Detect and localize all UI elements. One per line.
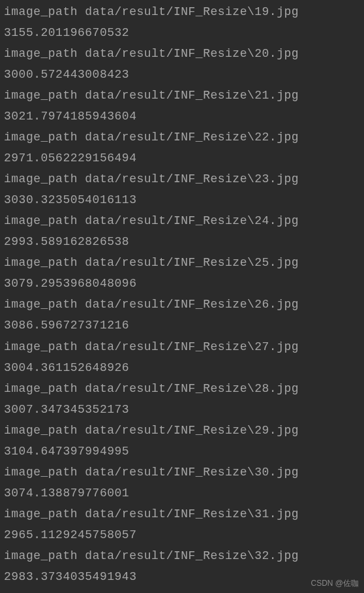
- output-value-line: 3004.361152648926: [4, 357, 364, 378]
- output-path-line: image_path data/result/INF_Resize\23.jpg: [4, 168, 364, 189]
- path-label: image_path: [4, 214, 85, 227]
- path-value: data/result/INF_Resize\28.jpg: [85, 382, 299, 395]
- path-label: image_path: [4, 5, 85, 18]
- path-label: image_path: [4, 382, 85, 395]
- output-value-line: 3079.2953968048096: [4, 273, 364, 294]
- path-value: data/result/INF_Resize\19.jpg: [85, 5, 299, 18]
- output-value-line: 3074.138879776001: [4, 483, 364, 504]
- output-path-line: image_path data/result/INF_Resize\27.jpg: [4, 336, 364, 357]
- path-label: image_path: [4, 466, 85, 479]
- output-value-line: 3086.596727371216: [4, 315, 364, 336]
- output-path-line: image_path data/result/INF_Resize\32.jpg: [4, 545, 364, 566]
- path-value: data/result/INF_Resize\31.jpg: [85, 507, 299, 521]
- output-path-line: image_path data/result/INF_Resize\19.jpg: [4, 1, 364, 22]
- output-value-line: 2971.0562229156494: [4, 148, 364, 168]
- console-output: image_path data/result/INF_Resize\19.jpg…: [4, 1, 364, 587]
- path-value: data/result/INF_Resize\29.jpg: [85, 424, 299, 437]
- path-value: data/result/INF_Resize\30.jpg: [85, 466, 299, 479]
- output-path-line: image_path data/result/INF_Resize\22.jpg: [4, 127, 364, 148]
- output-value-line: 2983.3734035491943: [4, 566, 364, 587]
- output-path-line: image_path data/result/INF_Resize\20.jpg: [4, 43, 364, 64]
- output-value-line: 3104.647397994995: [4, 441, 364, 462]
- path-label: image_path: [4, 256, 85, 269]
- output-value-line: 3021.7974185943604: [4, 106, 364, 127]
- path-label: image_path: [4, 549, 85, 562]
- output-path-line: image_path data/result/INF_Resize\21.jpg: [4, 85, 364, 106]
- output-value-line: 3007.347345352173: [4, 399, 364, 420]
- output-path-line: image_path data/result/INF_Resize\24.jpg: [4, 210, 364, 231]
- output-path-line: image_path data/result/INF_Resize\26.jpg: [4, 294, 364, 315]
- path-label: image_path: [4, 172, 85, 185]
- output-path-line: image_path data/result/INF_Resize\28.jpg: [4, 378, 364, 399]
- path-value: data/result/INF_Resize\32.jpg: [85, 549, 299, 562]
- output-value-line: 2965.1129245758057: [4, 524, 364, 545]
- path-value: data/result/INF_Resize\21.jpg: [85, 89, 299, 102]
- path-value: data/result/INF_Resize\26.jpg: [85, 298, 299, 311]
- path-label: image_path: [4, 424, 85, 437]
- path-label: image_path: [4, 298, 85, 311]
- path-value: data/result/INF_Resize\27.jpg: [85, 340, 299, 353]
- path-value: data/result/INF_Resize\24.jpg: [85, 214, 299, 227]
- output-value-line: 3030.3235054016113: [4, 189, 364, 210]
- path-label: image_path: [4, 131, 85, 144]
- watermark: CSDN @佐咖: [311, 577, 359, 590]
- output-path-line: image_path data/result/INF_Resize\30.jpg: [4, 462, 364, 483]
- path-label: image_path: [4, 507, 85, 521]
- path-value: data/result/INF_Resize\23.jpg: [85, 172, 299, 185]
- path-value: data/result/INF_Resize\25.jpg: [85, 256, 299, 269]
- output-value-line: 3155.201196670532: [4, 22, 364, 43]
- path-value: data/result/INF_Resize\22.jpg: [85, 131, 299, 144]
- path-label: image_path: [4, 340, 85, 353]
- output-path-line: image_path data/result/INF_Resize\29.jpg: [4, 420, 364, 441]
- output-value-line: 2993.589162826538: [4, 231, 364, 252]
- path-value: data/result/INF_Resize\20.jpg: [85, 47, 299, 60]
- output-path-line: image_path data/result/INF_Resize\25.jpg: [4, 252, 364, 273]
- path-label: image_path: [4, 89, 85, 102]
- output-value-line: 3000.572443008423: [4, 64, 364, 85]
- path-label: image_path: [4, 47, 85, 60]
- output-path-line: image_path data/result/INF_Resize\31.jpg: [4, 504, 364, 524]
